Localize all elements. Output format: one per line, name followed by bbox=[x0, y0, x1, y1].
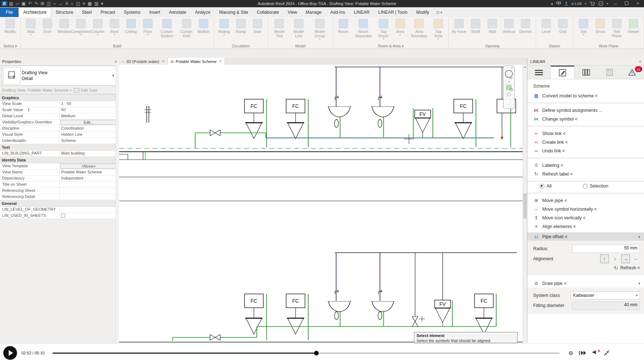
ribbon-tab[interactable]: Precast bbox=[96, 8, 120, 17]
alignment-arrow-button[interactable]: ← bbox=[632, 254, 640, 262]
property-value[interactable]: Coordination bbox=[59, 126, 119, 131]
linear-action-item[interactable]: ⇕ Move icon vertically < bbox=[533, 215, 641, 220]
collapse-icon[interactable]: ▲ bbox=[638, 235, 641, 238]
close-view-icon[interactable]: × bbox=[219, 59, 222, 63]
ribbon-tab[interactable]: Collaborate bbox=[252, 8, 283, 17]
ribbon-button[interactable]: Floor ▾ bbox=[140, 18, 156, 36]
ribbon-panel-title[interactable]: Room & Area ▾ bbox=[333, 44, 448, 48]
ribbon-tab[interactable]: LINEAR | Tools bbox=[374, 8, 412, 17]
print-icon[interactable]: ⊞ bbox=[41, 1, 44, 6]
radio-all[interactable] bbox=[540, 184, 544, 189]
close-icon[interactable]: × bbox=[639, 59, 641, 64]
radio-selection[interactable] bbox=[583, 184, 587, 189]
ribbon-button[interactable]: Room bbox=[335, 18, 351, 34]
tab-library[interactable] bbox=[574, 66, 598, 79]
linear-action-item[interactable]: ⋈ Define symbol assignments ... bbox=[533, 108, 641, 113]
linear-action-item[interactable]: ① Labeling < bbox=[533, 163, 641, 168]
property-value[interactable]: Independent bbox=[59, 176, 119, 181]
user-menu-caret-icon[interactable]: ▾ bbox=[585, 2, 586, 5]
tab-menu[interactable] bbox=[527, 66, 551, 79]
ribbon-button[interactable]: Model Group ▾ bbox=[309, 18, 331, 41]
ribbon-button[interactable]: Mullion bbox=[196, 18, 212, 34]
linear-action-item[interactable]: ↻ Refresh label < bbox=[533, 171, 641, 177]
ribbon-tab[interactable]: File bbox=[0, 8, 18, 17]
volume-muted-icon[interactable]: ✕ bbox=[592, 350, 598, 356]
username[interactable]: e-L04 bbox=[572, 1, 582, 6]
linear-action-item[interactable]: ≡ Align elements < bbox=[533, 224, 641, 229]
revit-logo[interactable]: R bbox=[1, 1, 7, 6]
ribbon-button[interactable]: Component ▾ bbox=[73, 18, 89, 36]
redo-icon[interactable]: ↷ bbox=[34, 1, 38, 6]
close-view-icon[interactable]: × bbox=[162, 59, 164, 63]
ribbon-button[interactable]: Tag Area ▾ bbox=[430, 18, 446, 41]
linear-action-item[interactable]: ⋈ Change symbol < bbox=[533, 116, 641, 122]
alignment-arrow-button[interactable]: ↓ bbox=[611, 254, 619, 262]
ribbon-button[interactable]: By Face bbox=[451, 18, 467, 34]
ribbon-button[interactable]: Modify bbox=[2, 18, 18, 34]
tag-icon[interactable]: ◫ bbox=[47, 1, 51, 6]
property-value[interactable] bbox=[59, 207, 119, 212]
ribbon-tab[interactable]: Architecture bbox=[18, 8, 51, 17]
ribbon-tab[interactable]: Annotate bbox=[164, 8, 191, 17]
property-value[interactable] bbox=[59, 194, 119, 200]
ribbon-button[interactable]: Stair bbox=[250, 18, 265, 34]
property-value[interactable]: Medium bbox=[59, 113, 119, 119]
ribbon-tab[interactable]: Massing & Site bbox=[215, 8, 252, 17]
zoom-region-icon[interactable] bbox=[506, 85, 511, 90]
properties-scrollbar[interactable] bbox=[116, 65, 119, 362]
radius-input[interactable]: 50 mm bbox=[572, 245, 640, 253]
ribbon-panel-title[interactable]: Build bbox=[21, 44, 214, 48]
draw-pipe-header[interactable]: ⊘ Draw pipe < ▲ bbox=[527, 279, 644, 287]
ribbon-button[interactable]: Shaft bbox=[468, 18, 484, 34]
ribbon-tab[interactable]: Insert bbox=[145, 8, 164, 17]
property-section-header[interactable]: Identity Data ⌃ bbox=[0, 157, 119, 163]
ribbon-button[interactable]: Dormer bbox=[518, 18, 534, 34]
pipe-offset-header[interactable]: ⊔ Pipe offset < ▲ bbox=[527, 232, 644, 241]
ribbon-button[interactable]: Grid bbox=[555, 18, 571, 34]
instance-selector[interactable]: Drafting View: Potable Water Scheme bbox=[2, 88, 68, 92]
linear-action-item[interactable]: ⊕ Move pipe < bbox=[533, 198, 641, 203]
minimize-button[interactable] bbox=[611, 1, 619, 6]
property-value[interactable] bbox=[59, 213, 119, 219]
tab-edit[interactable] bbox=[551, 66, 574, 79]
ribbon-tab[interactable]: Systems bbox=[120, 8, 145, 17]
linear-action-item[interactable]: ∞ Undo link < bbox=[533, 148, 641, 153]
progress-bar[interactable] bbox=[53, 353, 560, 354]
ribbon-button[interactable]: Tag Room ▾ bbox=[376, 18, 392, 41]
ribbon-button[interactable]: Curtain Grid bbox=[178, 18, 195, 38]
system-class-select[interactable]: Kaltwasser ▼ bbox=[570, 291, 640, 299]
text-icon[interactable]: A bbox=[65, 1, 68, 6]
property-section-header[interactable]: Graphics ⌃ bbox=[0, 94, 119, 101]
ribbon-panel-title[interactable]: Model bbox=[268, 44, 333, 48]
refresh-button[interactable]: ↻ Refresh < bbox=[533, 264, 640, 272]
ribbon-tab[interactable]: Analyze bbox=[191, 8, 215, 17]
linear-action-item[interactable]: ∞ Create link < bbox=[533, 139, 641, 145]
property-value[interactable]: 1 : 50 bbox=[59, 101, 119, 107]
ribbon-button[interactable]: Show bbox=[592, 18, 608, 34]
shrink-icon[interactable] bbox=[604, 350, 610, 356]
view-tab[interactable]: ⌂ 3D (Potable water) × bbox=[119, 58, 168, 65]
ribbon-tab[interactable]: Structure bbox=[51, 8, 78, 17]
ribbon-button[interactable]: Model Text bbox=[270, 18, 289, 38]
property-value[interactable]: Scheme bbox=[59, 138, 119, 144]
default-3d-view-icon[interactable]: ⌂ bbox=[71, 1, 73, 6]
ribbon-button[interactable]: Ref Plane bbox=[609, 18, 625, 38]
ribbon-button[interactable]: Railing ▾ bbox=[216, 18, 232, 36]
undo-icon[interactable]: ↶ bbox=[28, 1, 32, 6]
canvas-scrollbar[interactable]: ▲ bbox=[523, 65, 527, 343]
ribbon-panel-title[interactable]: Datum bbox=[536, 44, 573, 48]
ribbon-button[interactable]: Roof ▾ bbox=[106, 18, 122, 36]
help-menu-caret-icon[interactable]: ▾ bbox=[607, 2, 608, 5]
switch-windows-icon[interactable]: ▥ bbox=[94, 1, 98, 6]
property-value[interactable]: Main building bbox=[59, 151, 119, 156]
linear-action-item[interactable]: ∞ Show link < bbox=[533, 131, 641, 136]
collapse-icon[interactable]: ▲ bbox=[638, 282, 641, 285]
active-tool-indicator-icon[interactable]: ⊡ ▾ bbox=[436, 10, 442, 17]
progress-handle[interactable] bbox=[314, 351, 319, 355]
ribbon-tab[interactable]: Add-Ins bbox=[326, 8, 349, 17]
ribbon-tab[interactable]: Modify bbox=[412, 8, 433, 17]
play-button[interactable] bbox=[3, 346, 17, 360]
edit-type-button[interactable]: Edit Type bbox=[81, 88, 97, 92]
property-value[interactable]: 50 bbox=[59, 107, 119, 113]
property-value[interactable]: <None> bbox=[60, 164, 116, 169]
